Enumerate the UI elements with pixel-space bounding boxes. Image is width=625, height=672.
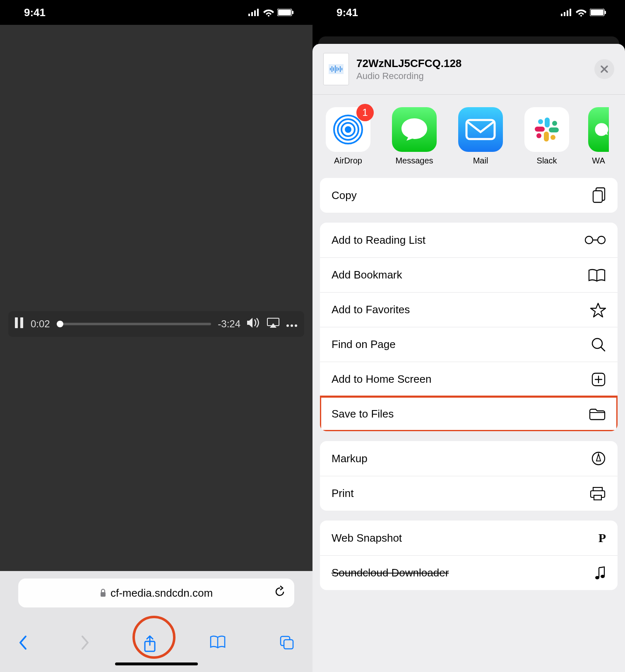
music-icon	[595, 566, 606, 580]
time-remaining: -3:24	[218, 318, 240, 330]
p-glyph-icon: P	[599, 531, 606, 545]
address-bar[interactable]: cf-media.sndcdn.com	[18, 578, 294, 607]
svg-rect-18	[561, 14, 562, 16]
cellular-icon	[561, 9, 572, 16]
svg-point-58	[601, 575, 605, 578]
action-save-to-files[interactable]: Save to Files	[320, 396, 618, 431]
svg-rect-28	[332, 66, 332, 72]
svg-rect-25	[605, 11, 606, 14]
app-whatsapp[interactable]: WA	[588, 107, 609, 166]
close-button[interactable]	[594, 59, 614, 79]
action-copy[interactable]: Copy	[320, 178, 618, 213]
app-messages[interactable]: Messages	[389, 107, 439, 166]
action-reading-list[interactable]: Add to Reading List	[320, 223, 618, 257]
svg-point-44	[538, 119, 543, 124]
svg-rect-40	[545, 118, 550, 127]
svg-rect-30	[335, 65, 336, 73]
app-mail[interactable]: Mail	[456, 107, 505, 166]
svg-rect-32	[338, 68, 339, 70]
action-print[interactable]: Print	[320, 476, 618, 511]
plus-square-icon	[591, 372, 606, 387]
status-time: 9:41	[337, 6, 358, 19]
scrubber-thumb[interactable]	[57, 321, 63, 327]
action-label: Markup	[332, 452, 368, 465]
phone-right: 9:41 72WzNLJ5CFCQ.128 Audio Recording	[312, 0, 625, 672]
app-label: WA	[592, 156, 605, 166]
svg-rect-48	[593, 191, 602, 202]
star-icon	[590, 302, 606, 317]
svg-rect-31	[337, 67, 337, 71]
action-group-tools: Markup Print	[320, 441, 618, 511]
app-slack[interactable]: Slack	[522, 107, 572, 166]
airplay-icon	[267, 318, 279, 328]
svg-point-47	[536, 133, 541, 138]
lock-icon	[100, 589, 106, 597]
ellipsis-icon	[286, 324, 298, 327]
action-label: Add to Favorites	[332, 303, 410, 316]
svg-rect-33	[340, 66, 341, 72]
svg-point-35	[345, 126, 351, 133]
markup-icon	[591, 451, 606, 466]
url-host: cf-media.sndcdn.com	[111, 587, 213, 600]
svg-point-45	[552, 121, 557, 126]
airdrop-badge: 1	[356, 104, 374, 121]
action-markup[interactable]: Markup	[320, 441, 618, 476]
svg-rect-7	[292, 11, 293, 14]
action-label: Print	[332, 487, 353, 500]
glasses-icon	[584, 235, 606, 245]
action-label: Add Bookmark	[332, 269, 402, 281]
svg-rect-17	[284, 640, 293, 649]
reload-button[interactable]	[274, 586, 285, 601]
app-label: Slack	[537, 156, 557, 166]
svg-rect-24	[591, 10, 603, 15]
time-elapsed: 0:02	[31, 318, 50, 330]
svg-rect-1	[251, 12, 253, 16]
back-button[interactable]	[18, 635, 27, 652]
action-home-screen[interactable]: Add to Home Screen	[320, 362, 618, 396]
share-apps-row[interactable]: 1 AirDrop Messages Mail	[312, 95, 625, 178]
action-find[interactable]: Find on Page	[320, 327, 618, 362]
svg-rect-34	[341, 68, 342, 70]
pause-button[interactable]	[15, 317, 24, 331]
action-bookmark[interactable]: Add Bookmark	[320, 257, 618, 292]
action-label: Soundcloud Downloader	[332, 566, 449, 579]
action-soundcloud-downloader[interactable]: Soundcloud Downloader	[320, 555, 618, 590]
action-label: Add to Home Screen	[332, 373, 431, 386]
action-favorites[interactable]: Add to Favorites	[320, 292, 618, 327]
mail-icon	[465, 119, 496, 140]
svg-rect-42	[544, 132, 549, 142]
audio-file-icon	[329, 64, 344, 74]
svg-point-49	[585, 236, 593, 244]
cellular-icon	[248, 9, 260, 16]
home-indicator	[115, 662, 198, 665]
more-button[interactable]	[286, 318, 298, 330]
safari-media-view: 0:02 -3:24	[0, 25, 312, 571]
app-airdrop[interactable]: 1 AirDrop	[323, 107, 373, 166]
action-group-extra: Web Snapshot P Soundcloud Downloader	[320, 521, 618, 590]
action-label: Find on Page	[332, 338, 396, 351]
forward-button[interactable]	[81, 635, 90, 652]
action-label: Copy	[332, 189, 357, 202]
volume-button[interactable]	[247, 317, 260, 331]
printer-icon	[589, 486, 606, 501]
svg-rect-3	[257, 9, 259, 16]
svg-point-22	[580, 15, 582, 17]
book-icon	[588, 268, 606, 282]
book-icon	[209, 635, 226, 648]
svg-rect-54	[593, 487, 602, 491]
tabs-button[interactable]	[279, 635, 294, 652]
svg-rect-27	[330, 68, 331, 70]
messages-icon	[400, 117, 429, 142]
bookmarks-button[interactable]	[209, 635, 226, 650]
svg-rect-26	[329, 64, 344, 74]
copy-icon	[592, 187, 606, 204]
scrubber[interactable]	[57, 323, 212, 325]
svg-rect-9	[20, 317, 23, 328]
svg-rect-8	[15, 317, 18, 328]
action-web-snapshot[interactable]: Web Snapshot P	[320, 521, 618, 555]
status-bar: 9:41	[0, 0, 312, 25]
media-player: 0:02 -3:24	[8, 311, 304, 337]
airplay-button[interactable]	[267, 318, 279, 330]
annotation-circle	[132, 616, 175, 659]
file-name: 72WzNLJ5CFCQ.128	[356, 57, 587, 70]
